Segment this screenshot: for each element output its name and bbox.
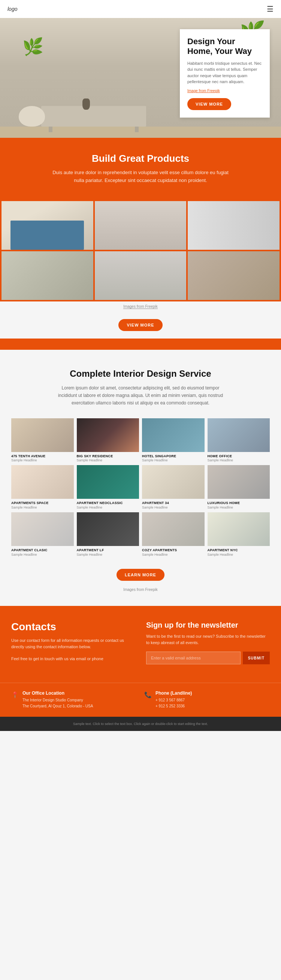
contacts-section: Contacts Use our contact form for all in…	[0, 606, 281, 682]
portfolio-img-6	[77, 465, 139, 499]
hero-freepik: Image from Freepik	[187, 88, 262, 94]
learn-more-wrapper: LEARN MORE	[11, 560, 270, 585]
location-icon: 📍	[11, 691, 19, 699]
sideboard	[41, 106, 146, 127]
beanbag	[19, 106, 45, 127]
portfolio-title-4: HOME OFFICE	[208, 454, 270, 459]
service-description: Lorem ipsum dolor sit amet, consectetur …	[56, 384, 225, 407]
portfolio-sub-3: Sample Headline	[142, 458, 204, 462]
floor	[0, 127, 281, 138]
portfolio-img-2	[77, 418, 139, 452]
footer-text: Sample text. Click to select the text bo…	[8, 721, 273, 727]
portfolio-item-4: HOME OFFICE Sample Headline	[208, 418, 270, 463]
portfolio-row-2: APARTMENTS SPACE Sample Headline APARTME…	[11, 465, 270, 509]
contacts-note: Feel free to get in touch with us via em…	[11, 656, 135, 662]
hero-card: Design Your Home, Your Way Habitant morb…	[180, 29, 270, 118]
contacts-title: Contacts	[11, 621, 135, 633]
grid-image-3	[188, 201, 279, 250]
portfolio-item-3: HOTEL SINGAPORE Sample Headline	[142, 418, 204, 463]
phone-line-2: + 912 5 252 3336	[155, 703, 192, 709]
portfolio-sub-2: Sample Headline	[77, 458, 139, 462]
hero-title: Design Your Home, Your Way	[187, 37, 262, 57]
contacts-right: Sign up for the newsletter Want to be th…	[146, 621, 270, 668]
hero-view-more-button[interactable]: VIEW MORE	[187, 98, 231, 110]
service-freepik-note: Images from Freepik	[11, 585, 270, 595]
contacts-left: Contacts Use our contact form for all in…	[11, 621, 135, 668]
portfolio-img-8	[208, 465, 270, 499]
portfolio-sub-1: Sample Headline	[11, 458, 74, 462]
portfolio-sub-12: Sample Headline	[208, 553, 270, 557]
grid-image-5	[95, 251, 187, 300]
phone-icon: 📞	[144, 691, 152, 699]
learn-more-button[interactable]: LEARN MORE	[117, 569, 164, 581]
portfolio-img-4	[208, 418, 270, 452]
portfolio-title-9: APARTMENT CLASIC	[11, 548, 74, 553]
submit-button[interactable]: SUBMIT	[243, 652, 270, 664]
portfolio-sub-10: Sample Headline	[77, 553, 139, 557]
portfolio-title-6: APARTMENT NEOCLASSIC	[77, 501, 139, 506]
portfolio-item-2: BIG SKY RESIDENCE Sample Headline	[77, 418, 139, 463]
newsletter-text: Want to be the first to read our news? S…	[146, 633, 270, 646]
portfolio-row-3: APARTMENT CLASIC Sample Headline APARTME…	[11, 512, 270, 557]
portfolio-title-7: APARTMENT 34	[142, 501, 204, 506]
image-grid-section: Images from Freepik VIEW MORE	[0, 200, 281, 350]
newsletter-form: SUBMIT	[146, 652, 270, 664]
office-location: 📍 Our Office Location The Interior Desig…	[11, 690, 137, 709]
service-section: Complete Interior Design Service Lorem i…	[0, 350, 281, 606]
phone-info: 📞 Phone (Landline) + 912 3 567 8867 + 91…	[144, 690, 270, 709]
portfolio-img-5	[11, 465, 74, 499]
grid-image-1	[2, 201, 93, 250]
portfolio-img-1	[11, 418, 74, 452]
portfolio-item-12: APARTMENT NYC Sample Headline	[208, 512, 270, 557]
office-title: Our Office Location	[22, 690, 93, 696]
portfolio-img-9	[11, 512, 74, 546]
portfolio-title-1: 475 TENTH AVENUE	[11, 454, 74, 459]
build-title: Build Great Products	[22, 153, 259, 164]
grid-freepik-note: Images from Freepik	[0, 301, 281, 312]
portfolio-item-8: LUXURIOUS HOME Sample Headline	[208, 465, 270, 509]
build-description: Duis aute irure dolor in reprehenderit i…	[47, 169, 234, 185]
menu-icon[interactable]: ☰	[267, 5, 273, 13]
service-title: Complete Interior Design Service	[11, 369, 270, 379]
portfolio-item-1: 475 TENTH AVENUE Sample Headline	[11, 418, 74, 463]
grid-image-4	[2, 251, 93, 300]
contact-info-row: 📍 Our Office Location The Interior Desig…	[0, 682, 281, 717]
portfolio-item-10: APARTMENT LF Sample Headline	[77, 512, 139, 557]
portfolio-row-1: 475 TENTH AVENUE Sample Headline BIG SKY…	[11, 418, 270, 463]
bottom-footer: Sample text. Click to select the text bo…	[0, 717, 281, 731]
portfolio-title-8: LUXURIOUS HOME	[208, 501, 270, 506]
portfolio-title-2: BIG SKY RESIDENCE	[77, 454, 139, 459]
newsletter-title: Sign up for the newsletter	[146, 621, 270, 630]
office-line-1: The Interior Design Studio Company	[22, 697, 93, 703]
build-section: Build Great Products Duis aute irure dol…	[0, 138, 281, 200]
portfolio-sub-6: Sample Headline	[77, 506, 139, 509]
portfolio-title-12: APARTMENT NYC	[208, 548, 270, 553]
portfolio-img-11	[142, 512, 204, 546]
image-grid	[0, 200, 281, 301]
portfolio-item-5: APARTMENTS SPACE Sample Headline	[11, 465, 74, 509]
portfolio-title-3: HOTEL SINGAPORE	[142, 454, 204, 459]
contacts-description: Use our contact form for all information…	[11, 637, 135, 651]
portfolio-item-9: APARTMENT CLASIC Sample Headline	[11, 512, 74, 557]
vase	[82, 99, 90, 110]
portfolio-sub-4: Sample Headline	[208, 458, 270, 462]
grid-image-6	[188, 251, 279, 300]
email-input[interactable]	[146, 652, 241, 664]
portfolio-sub-9: Sample Headline	[11, 553, 74, 557]
portfolio-sub-11: Sample Headline	[142, 553, 204, 557]
portfolio-title-11: COZY APARTMENTS	[142, 548, 204, 553]
logo: logo	[8, 6, 17, 12]
portfolio-item-7: APARTMENT 34 Sample Headline	[142, 465, 204, 509]
portfolio-img-3	[142, 418, 204, 452]
grid-view-more-button[interactable]: VIEW MORE	[118, 319, 162, 331]
hero-section: 🌿 Design Your Home, Your Way Habitant mo…	[0, 18, 281, 138]
portfolio-img-10	[77, 512, 139, 546]
portfolio-item-11: COZY APARTMENTS Sample Headline	[142, 512, 204, 557]
portfolio-title-10: APARTMENT LF	[77, 548, 139, 553]
phone-details: Phone (Landline) + 912 3 567 8867 + 912 …	[155, 690, 192, 709]
header: logo ☰	[0, 0, 281, 18]
office-line-2: The Courtyard, Al Qouz 1, Colorado - USA	[22, 703, 93, 709]
portfolio-item-6: APARTMENT NEOCLASSIC Sample Headline	[77, 465, 139, 509]
office-details: Our Office Location The Interior Design …	[22, 690, 93, 709]
portfolio-sub-8: Sample Headline	[208, 506, 270, 509]
